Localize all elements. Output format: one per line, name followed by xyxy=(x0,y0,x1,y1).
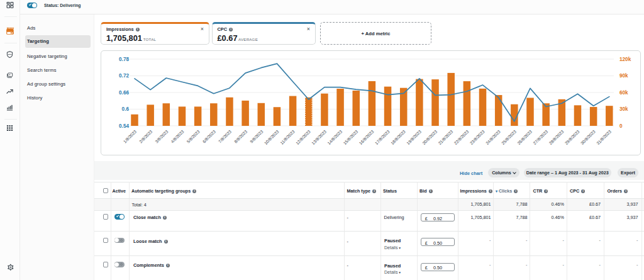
svg-text:30/8/2023: 30/8/2023 xyxy=(580,129,596,145)
svg-text:9/8/2023: 9/8/2023 xyxy=(249,129,264,144)
svg-text:28/8/2023: 28/8/2023 xyxy=(548,129,565,145)
svg-text:18/8/2023: 18/8/2023 xyxy=(390,129,406,145)
svg-text:26/8/2023: 26/8/2023 xyxy=(516,129,533,145)
svg-text:0.78: 0.78 xyxy=(119,57,129,62)
svg-text:4/8/2023: 4/8/2023 xyxy=(170,129,185,144)
svg-text:31/8/2023: 31/8/2023 xyxy=(596,129,612,145)
svg-text:23/8/2023: 23/8/2023 xyxy=(469,129,486,145)
svg-text:1/8/2023: 1/8/2023 xyxy=(123,129,138,144)
svg-text:7/8/2023: 7/8/2023 xyxy=(218,129,233,144)
svg-text:24/8/2023: 24/8/2023 xyxy=(485,129,501,145)
svg-text:10/8/2023: 10/8/2023 xyxy=(264,129,280,145)
svg-text:6/8/2023: 6/8/2023 xyxy=(202,129,217,144)
svg-text:11/8/2023: 11/8/2023 xyxy=(279,129,296,145)
svg-text:5/8/2023: 5/8/2023 xyxy=(186,129,201,144)
svg-text:0.72: 0.72 xyxy=(119,73,129,79)
svg-text:27/8/2023: 27/8/2023 xyxy=(532,129,548,145)
svg-text:29/8/2023: 29/8/2023 xyxy=(564,129,580,145)
svg-text:12/8/2023: 12/8/2023 xyxy=(295,129,311,145)
svg-text:16/8/2023: 16/8/2023 xyxy=(358,129,375,145)
svg-text:120k: 120k xyxy=(619,57,631,62)
svg-text:60k: 60k xyxy=(619,90,628,96)
svg-text:3/8/2023: 3/8/2023 xyxy=(154,129,169,144)
svg-text:2/8/2023: 2/8/2023 xyxy=(138,129,153,144)
svg-text:20/8/2023: 20/8/2023 xyxy=(421,129,438,145)
svg-text:0.66: 0.66 xyxy=(119,90,129,96)
svg-text:14/8/2023: 14/8/2023 xyxy=(326,129,343,145)
svg-text:25/8/2023: 25/8/2023 xyxy=(501,129,517,145)
svg-text:21/8/2023: 21/8/2023 xyxy=(437,129,453,145)
svg-text:19/8/2023: 19/8/2023 xyxy=(406,129,422,145)
svg-text:13/8/2023: 13/8/2023 xyxy=(311,129,327,145)
svg-text:0.6: 0.6 xyxy=(122,106,130,112)
svg-text:90k: 90k xyxy=(619,73,628,79)
svg-text:0: 0 xyxy=(619,123,623,129)
svg-text:17/8/2023: 17/8/2023 xyxy=(374,129,391,145)
svg-text:22/8/2023: 22/8/2023 xyxy=(453,129,470,145)
svg-text:8/8/2023: 8/8/2023 xyxy=(233,129,248,144)
svg-text:0.54: 0.54 xyxy=(119,123,129,129)
svg-text:30k: 30k xyxy=(619,106,628,112)
svg-text:15/8/2023: 15/8/2023 xyxy=(342,129,358,145)
